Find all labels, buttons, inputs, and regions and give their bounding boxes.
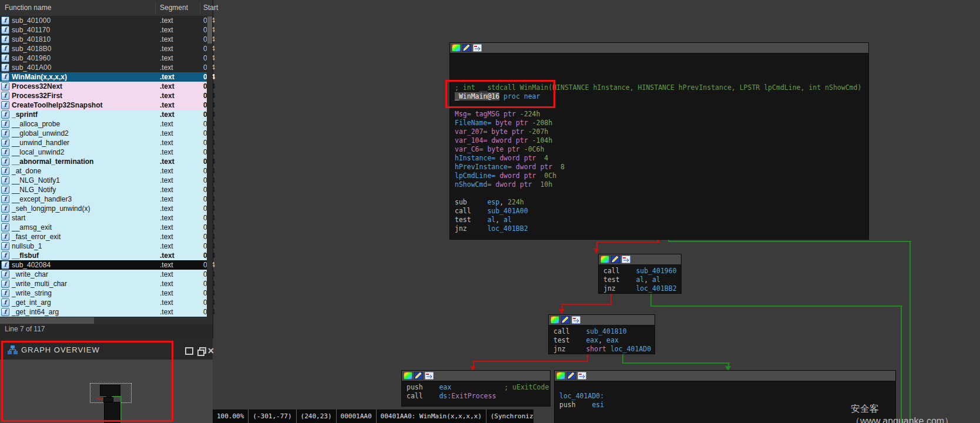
- function-segment: .text: [160, 63, 173, 72]
- edit-icon[interactable]: [611, 256, 620, 263]
- function-row[interactable]: fsub_401810.text004: [0, 35, 213, 44]
- function-row[interactable]: fsub_402084.text004: [0, 260, 213, 270]
- minimap-node: [104, 402, 120, 423]
- function-icon: f: [1, 214, 9, 222]
- edge-arrowhead: [559, 309, 565, 314]
- functions-panel: Function name Segment Start fsub_401000.…: [0, 0, 213, 338]
- function-row[interactable]: fCreateToolhelp32Snapshot.text004: [0, 100, 213, 110]
- flowchart-icon[interactable]: [473, 44, 482, 52]
- palette-icon[interactable]: [551, 316, 559, 324]
- function-row[interactable]: fstart.text004: [0, 213, 213, 223]
- function-segment: .text: [160, 288, 173, 298]
- graph-overview-titlebar[interactable]: GRAPH OVERVIEW ✕: [0, 338, 213, 360]
- edit-icon[interactable]: [567, 372, 576, 380]
- function-row[interactable]: f__abnormal_termination.text004: [0, 157, 213, 166]
- branch-edge-true: [650, 306, 902, 307]
- graph-overview-minimap[interactable]: [0, 360, 213, 423]
- column-header-segment[interactable]: Segment: [160, 0, 188, 16]
- function-row[interactable]: f_at_done.text004: [0, 166, 213, 176]
- function-row[interactable]: f__global_unwind2.text004: [0, 129, 213, 138]
- function-row[interactable]: fsub_401A00.text004: [0, 63, 213, 72]
- function-row[interactable]: f_seh_longjmp_unwind(x).text004: [0, 204, 213, 213]
- function-name: __NLG_Notify1: [12, 176, 60, 185]
- flowchart-icon[interactable]: [622, 256, 630, 263]
- asm-line: push eax ; uExitCode: [407, 383, 550, 392]
- status-bar: 100.00%(-301,-77)(240,23)00001AA000401AA…: [213, 409, 533, 423]
- edit-icon[interactable]: [462, 44, 471, 52]
- graph-node-call-401960[interactable]: call sub_401960test al, aljnz loc_401BB2: [598, 254, 682, 294]
- palette-icon[interactable]: [556, 372, 565, 380]
- function-row[interactable]: f__flsbuf.text004: [0, 251, 213, 260]
- function-icon: f: [1, 16, 9, 25]
- node-titlebar[interactable]: [450, 43, 868, 53]
- function-name: _sprintf: [12, 110, 38, 119]
- branch-edge-false: [473, 361, 588, 362]
- function-segment: .text: [160, 110, 174, 119]
- function-row[interactable]: fProcess32First.text004: [0, 91, 213, 100]
- function-row[interactable]: f_get_int64_arg.text004: [0, 307, 213, 317]
- function-row[interactable]: f_write_string.text004: [0, 288, 213, 298]
- function-name: __abnormal_termination: [12, 157, 93, 166]
- graph-node-exitprocess[interactable]: push eax ; uExitCodecall ds:ExitProcess: [401, 370, 551, 407]
- scrollbar-thumb[interactable]: [0, 317, 94, 324]
- function-row[interactable]: fnullsub_1.text004: [0, 241, 213, 251]
- scrollbar-thumb[interactable]: [207, 16, 212, 43]
- function-name: __local_unwind2: [12, 147, 64, 157]
- edit-icon[interactable]: [414, 372, 423, 380]
- function-row[interactable]: f__alloca_probe.text004: [0, 119, 213, 129]
- graph-node-loc401ad0[interactable]: loc_401AD0:push esi: [554, 370, 896, 423]
- function-icon: f: [1, 280, 9, 288]
- function-row[interactable]: fsub_401000.text004: [0, 16, 213, 25]
- function-row[interactable]: fsub_401170.text004: [0, 25, 213, 35]
- node-titlebar[interactable]: [402, 371, 550, 381]
- graph-node-call-401810[interactable]: call sub_401810test eax, eaxjnz short lo…: [548, 314, 655, 354]
- edit-icon[interactable]: [561, 316, 570, 324]
- restore-button[interactable]: [197, 347, 205, 355]
- branch-edge-true: [668, 241, 911, 242]
- flowchart-icon[interactable]: [572, 316, 580, 324]
- graph-node-winmain[interactable]: ; int __stdcall WinMain(HINSTANCE hInsta…: [449, 42, 869, 240]
- function-row[interactable]: fWinMain(x,x,x,x).text004: [0, 72, 213, 82]
- flowchart-icon[interactable]: [425, 372, 434, 380]
- graph-overview-panel: GRAPH OVERVIEW ✕: [0, 338, 213, 423]
- function-row[interactable]: f__NLG_Notify1.text004: [0, 176, 213, 185]
- function-name: Process32First: [12, 91, 62, 100]
- function-name: __alloca_probe: [12, 119, 60, 129]
- function-row[interactable]: fsub_401960.text004: [0, 53, 213, 63]
- vertical-scrollbar[interactable]: [207, 16, 213, 317]
- palette-icon[interactable]: [404, 372, 412, 380]
- function-row[interactable]: f__local_unwind2.text004: [0, 147, 213, 157]
- function-row[interactable]: fsub_4018B0.text004: [0, 44, 213, 53]
- palette-icon[interactable]: [600, 256, 609, 263]
- function-row[interactable]: f_write_multi_char.text004: [0, 279, 213, 288]
- asm-line: jnz loc_401BB2: [455, 224, 868, 233]
- node-titlebar[interactable]: [555, 371, 895, 381]
- function-segment: .text: [160, 223, 173, 232]
- asm-line: var_104= dword ptr -104h: [455, 136, 868, 145]
- function-segment: .text: [160, 204, 173, 213]
- function-row[interactable]: f__amsg_exit.text004: [0, 223, 213, 232]
- node-titlebar[interactable]: [599, 254, 681, 265]
- node-titlebar[interactable]: [549, 315, 655, 325]
- function-row[interactable]: f__except_handler3.text004: [0, 194, 213, 204]
- function-row[interactable]: fProcess32Next.text004: [0, 82, 213, 91]
- function-row[interactable]: f_sprintf.text004: [0, 110, 213, 119]
- function-icon: f: [1, 251, 9, 260]
- function-icon: f: [1, 35, 9, 43]
- function-segment: .text: [160, 307, 173, 317]
- maximize-button[interactable]: [185, 347, 193, 355]
- function-segment: .text: [160, 16, 173, 25]
- horizontal-scrollbar[interactable]: [0, 317, 213, 324]
- function-row[interactable]: f_write_char.text004: [0, 270, 213, 279]
- column-header-function-name[interactable]: Function name: [5, 0, 51, 16]
- function-row[interactable]: f__NLG_Notify.text004: [0, 185, 213, 194]
- function-name: _write_multi_char: [12, 279, 67, 288]
- flowchart-icon[interactable]: [578, 372, 586, 380]
- function-row[interactable]: f_fast_error_exit.text004: [0, 232, 213, 241]
- function-segment: .text: [160, 82, 174, 91]
- asm-line: _WinMain@16 proc near: [455, 92, 868, 101]
- palette-icon[interactable]: [452, 44, 461, 52]
- function-row[interactable]: f_get_int_arg.text004: [0, 298, 213, 307]
- function-row[interactable]: f__unwind_handler.text004: [0, 138, 213, 147]
- function-icon: f: [1, 139, 9, 147]
